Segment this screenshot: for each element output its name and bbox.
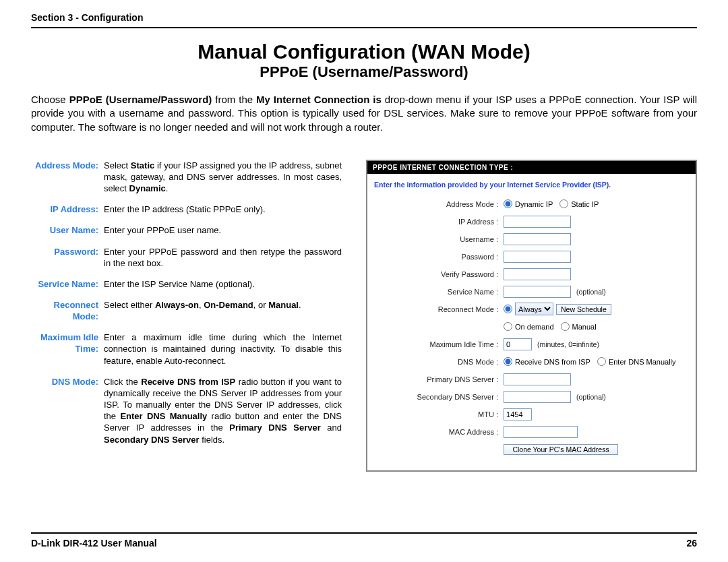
def-text: Click the [104,377,141,387]
mtu-field[interactable] [504,408,532,420]
def-body: Enter the IP address (Static PPPoE only)… [104,204,342,215]
def-body: Enter your PPPoE password and then retyp… [104,246,342,269]
intro-bold-2: My Internet Connection is [256,94,382,105]
intro-paragraph: Choose PPPoE (Username/Password) from th… [31,93,697,134]
def-body: Enter a maximum idle time during which t… [104,332,342,366]
label-mtu: MTU [375,410,504,418]
def-term: Address Mode: [31,160,104,194]
def-text: . [166,183,169,193]
label-verify-password: Verify Password [375,270,504,278]
service-name-field[interactable] [504,286,571,298]
def-bold: Receive DNS from ISP [141,377,235,387]
def-term: Service Name: [31,278,104,290]
def-password: Password: Enter your PPPoE password and … [31,246,342,269]
label-reconnect-mode: Reconnect Mode [375,305,504,313]
hint-optional: (optional) [576,288,606,296]
password-field[interactable] [504,251,571,263]
radio-label: Manual [572,323,597,331]
def-text: and [321,423,342,433]
label-password: Password [375,253,504,261]
def-text: . [299,300,301,310]
radio-manual[interactable] [561,322,570,331]
new-schedule-button[interactable]: New Schedule [556,304,611,315]
def-text: fields. [200,435,225,445]
def-body: Enter your PPPoE user name. [104,224,342,236]
verify-password-field[interactable] [504,268,571,280]
radio-label: Enter DNS Manually [609,358,676,366]
def-ip-address: IP Address: Enter the IP address (Static… [31,204,342,215]
def-body: Enter the ISP Service Name (optional). [104,278,342,290]
ip-address-field[interactable] [504,216,571,228]
def-service-name: Service Name: Enter the ISP Service Name… [31,278,342,290]
def-body: Click the Receive DNS from ISP radio but… [104,376,342,445]
page-footer: D-Link DIR-412 User Manual 26 [31,532,697,549]
intro-text: from the [212,94,256,105]
def-text: Select either [104,300,155,310]
intro-bold-1: PPPoE (Username/Password) [69,94,212,105]
def-term: IP Address: [31,204,104,215]
page-title: Manual Configuration (WAN Mode) [31,40,697,63]
max-idle-field[interactable] [504,338,532,350]
radio-label: Receive DNS from ISP [515,358,590,366]
username-field[interactable] [504,233,571,245]
def-bold: Dynamic [129,183,166,193]
def-max-idle: Maximum Idle Time: Enter a maximum idle … [31,332,342,366]
label-service-name: Service Name [375,288,504,296]
label-primary-dns: Primary DNS Server [375,375,504,383]
hint-minutes: (minutes, 0=infinite) [537,340,599,348]
panel-header: PPPOE INTERNET CONNECTION TYPE : [367,161,696,174]
def-user-name: User Name: Enter your PPPoE user name. [31,224,342,236]
secondary-dns-field[interactable] [504,391,571,403]
radio-static-ip[interactable] [559,199,568,208]
def-dns-mode: DNS Mode: Click the Receive DNS from ISP… [31,376,342,445]
def-bold: Primary DNS Server [229,423,320,433]
def-bold: Always-on [155,300,199,310]
panel-instruction: Enter the information provided by your I… [367,174,696,197]
def-bold: Manual [268,300,299,310]
def-text: , or [253,300,268,310]
section-header: Section 3 - Configuration [31,12,697,28]
radio-label: On demand [515,323,553,331]
radio-label: Dynamic IP [515,200,553,208]
def-body: Select Static if your ISP assigned you t… [104,160,342,194]
label-username: Username [375,235,504,243]
def-bold: On-Demand [204,300,253,310]
def-body: Select either Always-on, On-Demand, or M… [104,299,342,322]
radio-dns-manual[interactable] [597,357,606,366]
clone-mac-button[interactable]: Clone Your PC's MAC Address [504,444,618,455]
def-term: DNS Mode: [31,376,104,445]
radio-reconnect-always[interactable] [504,305,512,313]
def-reconnect-mode: Reconnect Mode: Select either Always-on,… [31,299,342,322]
mac-address-field[interactable] [504,426,578,438]
primary-dns-field[interactable] [504,373,571,385]
label-mac-address: MAC Address [375,428,504,436]
def-term: User Name: [31,224,104,236]
def-bold: Secondary DNS Server [104,435,200,445]
radio-dynamic-ip[interactable] [504,199,512,208]
label-dns-mode: DNS Mode [375,358,504,366]
radio-label: Static IP [571,200,599,208]
def-term: Reconnect Mode: [31,299,104,322]
reconnect-select[interactable]: Always [515,303,553,315]
radio-dns-isp[interactable] [504,357,512,366]
label-secondary-dns: Secondary DNS Server [375,393,504,401]
def-term: Maximum Idle Time: [31,332,104,366]
def-term: Password: [31,246,104,269]
label-max-idle: Maximum Idle Time [375,340,504,348]
footer-page-number: 26 [686,538,697,549]
router-config-panel: PPPOE INTERNET CONNECTION TYPE : Enter t… [366,160,697,472]
intro-text: Choose [31,94,69,105]
def-bold: Enter DNS Manually [120,411,207,421]
hint-optional: (optional) [576,393,606,401]
label-address-mode: Address Mode [375,200,504,208]
def-text: Select [104,160,131,170]
footer-manual-name: D-Link DIR-412 User Manual [31,538,157,549]
def-bold: Static [131,160,154,170]
page-subtitle: PPPoE (Username/Password) [31,63,697,81]
radio-on-demand[interactable] [504,322,512,331]
label-ip-address: IP Address [375,218,504,226]
def-address-mode: Address Mode: Select Static if your ISP … [31,160,342,194]
